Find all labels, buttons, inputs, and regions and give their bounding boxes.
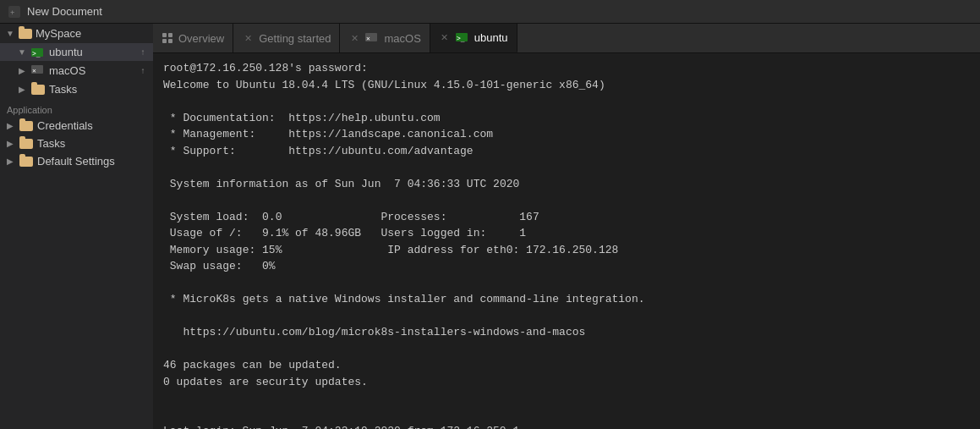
sidebar-item-macos[interactable]: ✕ macOS ↑	[0, 61, 153, 80]
sidebar: MySpace >_ ubuntu ↑ ✕ macOS	[0, 24, 153, 429]
main-layout: MySpace >_ ubuntu ↑ ✕ macOS	[0, 24, 980, 429]
overview-grid-icon	[162, 32, 173, 44]
sidebar-item-default-settings[interactable]: Default Settings	[0, 152, 153, 170]
sidebar-item-tasks[interactable]: Tasks	[0, 80, 153, 98]
tasks2-label: Tasks	[37, 137, 65, 150]
tab-ubuntu-icon: >_	[456, 31, 469, 43]
tab-ubuntu-label: ubuntu	[474, 31, 508, 44]
credentials-folder-icon	[19, 121, 33, 131]
svg-rect-8	[162, 39, 167, 43]
svg-text:>_: >_	[457, 35, 465, 42]
svg-text:✕: ✕	[366, 35, 370, 42]
application-section-label: Application	[0, 98, 153, 117]
myspace-chevron	[5, 29, 15, 39]
credentials-label: Credentials	[37, 119, 93, 132]
title-bar: + New Document	[0, 0, 980, 24]
svg-rect-7	[168, 33, 172, 37]
terminal-output: root@172.16.250.128's password: Welcome …	[163, 60, 970, 429]
sidebar-item-credentials[interactable]: Credentials	[0, 117, 153, 135]
ubuntu-icon: >_	[31, 47, 45, 58]
tasks-folder-icon	[31, 85, 45, 95]
tab-ubuntu-close[interactable]: ✕	[439, 31, 451, 43]
ubuntu-label: ubuntu	[49, 46, 83, 58]
tasks-chevron	[17, 85, 27, 95]
myspace-section[interactable]: MySpace	[0, 24, 153, 43]
ubuntu-upload-icon: ↑	[138, 47, 148, 58]
title-bar-text: New Document	[27, 5, 102, 18]
tab-overview-label: Overview	[178, 32, 224, 45]
tasks-label: Tasks	[49, 83, 77, 96]
tab-bar: Overview ✕ Getting started ✕ ✕ macOS	[153, 24, 980, 53]
svg-rect-9	[168, 39, 172, 43]
tasks2-chevron	[5, 139, 15, 149]
tab-getting-started-close[interactable]: ✕	[242, 32, 254, 44]
macos-label: macOS	[49, 64, 85, 77]
myspace-folder-icon	[19, 29, 32, 39]
tab-getting-started[interactable]: ✕ Getting started	[233, 24, 340, 52]
tab-overview[interactable]: Overview	[153, 24, 233, 52]
sidebar-item-tasks2[interactable]: Tasks	[0, 135, 153, 152]
default-settings-folder-icon	[19, 157, 33, 167]
tab-ubuntu[interactable]: ✕ >_ ubuntu	[430, 24, 517, 52]
tab-macos[interactable]: ✕ ✕ macOS	[340, 24, 430, 52]
svg-rect-6	[162, 33, 167, 37]
tab-macos-close[interactable]: ✕	[348, 32, 360, 44]
tab-macos-icon: ✕	[365, 31, 379, 46]
macos-chevron	[17, 66, 27, 76]
svg-text:+: +	[10, 9, 14, 18]
svg-text:>_: >_	[32, 50, 41, 58]
tab-getting-started-label: Getting started	[259, 32, 331, 45]
default-settings-chevron	[5, 157, 15, 167]
credentials-chevron	[5, 121, 15, 131]
default-settings-label: Default Settings	[37, 155, 115, 168]
ubuntu-chevron	[17, 47, 27, 58]
macos-icon: ✕	[31, 63, 45, 78]
right-panel: Overview ✕ Getting started ✕ ✕ macOS	[153, 24, 980, 429]
macos-upload-icon: ↑	[138, 66, 148, 76]
svg-text:✕: ✕	[32, 67, 36, 74]
tasks2-folder-icon	[19, 139, 33, 149]
myspace-label: MySpace	[36, 27, 81, 40]
terminal-content[interactable]: root@172.16.250.128's password: Welcome …	[153, 53, 980, 429]
sidebar-item-ubuntu[interactable]: >_ ubuntu ↑	[0, 43, 153, 61]
tab-macos-label: macOS	[384, 32, 420, 45]
app-icon: +	[8, 6, 20, 18]
